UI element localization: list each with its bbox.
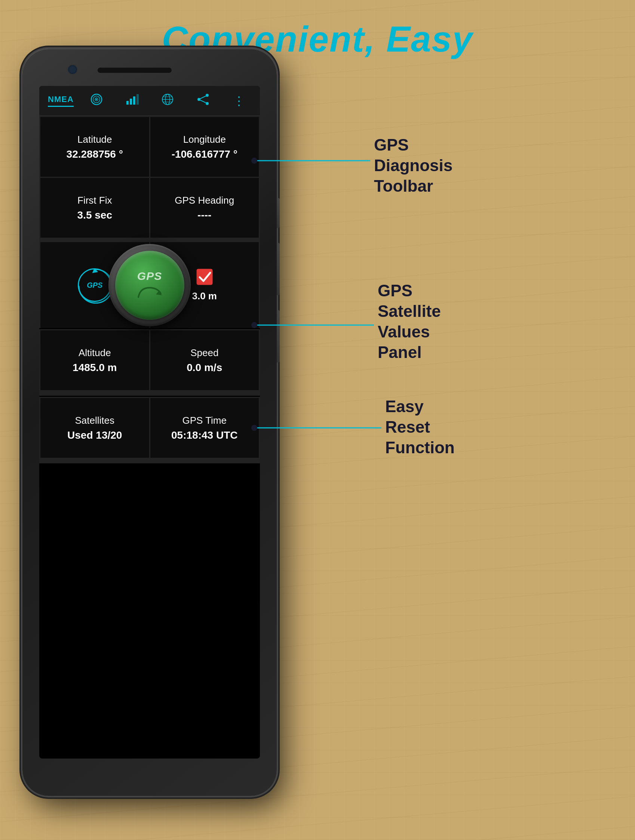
toolbar-nmea[interactable]: NMEA (43, 86, 79, 115)
altitude-value: 1485.0 m (73, 362, 117, 374)
svg-point-14 (206, 102, 209, 105)
altitude-speed-row: Altitude 1485.0 m Speed 0.0 m/s (39, 329, 260, 396)
annotation-reset: Easy Reset Function (385, 396, 455, 458)
gps-diagnosis-toolbar: NMEA (39, 86, 260, 116)
phone-side-button-2 (277, 243, 280, 295)
toolbar-share[interactable] (185, 86, 221, 115)
phone-side-button-1 (277, 198, 280, 228)
gps-heading-value: ---- (198, 209, 211, 221)
gps-heading-label: GPS Heading (175, 195, 234, 206)
first-fix-value: 3.5 sec (78, 209, 112, 221)
accuracy-check-icon (196, 268, 213, 289)
gps-time-label: GPS Time (182, 415, 226, 426)
gps-time-value: 05:18:43 UTC (171, 429, 238, 441)
svg-point-15 (198, 98, 200, 101)
longitude-cell: Longitude -106.616777 ° (150, 117, 259, 177)
signal-bars-icon (125, 93, 139, 109)
latitude-label: Latitude (78, 134, 112, 145)
share-icon (197, 93, 209, 108)
nmea-label: NMEA (48, 95, 74, 107)
svg-line-16 (200, 96, 206, 99)
satellites-value: Used 13/20 (67, 429, 122, 441)
svg-rect-6 (133, 96, 135, 105)
toolbar-signal[interactable] (114, 86, 150, 115)
accuracy-value: 3.0 m (192, 291, 217, 302)
svg-marker-18 (92, 268, 98, 273)
phone-camera (67, 64, 78, 75)
svg-point-3 (96, 99, 97, 100)
radar-icon (90, 93, 103, 109)
altitude-cell: Altitude 1485.0 m (40, 330, 149, 390)
gps-reset-button[interactable]: GPS (108, 244, 191, 326)
latitude-cell: Latitude 32.288756 ° (40, 117, 149, 177)
phone-speaker (97, 67, 172, 73)
longitude-value: -106.616777 ° (172, 148, 238, 160)
phone-body: NMEA (22, 49, 277, 796)
gps-arrow-icon (136, 284, 163, 301)
toolbar-radar[interactable] (79, 86, 114, 115)
first-fix-label: First Fix (78, 195, 112, 206)
toolbar-globe[interactable] (150, 86, 185, 115)
phone-mockup: NMEA (22, 49, 284, 815)
altitude-label: Altitude (79, 347, 111, 359)
latitude-value: 32.288756 ° (67, 148, 123, 160)
speed-value: 0.0 m/s (187, 362, 222, 374)
satellites-time-row: Satellites Used 13/20 GPS Time 05:18:43 … (39, 397, 260, 463)
gps-time-cell: GPS Time 05:18:43 UTC (150, 398, 259, 458)
svg-point-13 (206, 94, 209, 97)
gps-refresh-icon: GPS (78, 268, 111, 302)
svg-rect-7 (136, 94, 139, 105)
svg-rect-5 (130, 99, 132, 105)
globe-icon (161, 93, 174, 109)
satellites-label: Satellites (75, 415, 115, 426)
gps-heading-cell: GPS Heading ---- (150, 178, 259, 238)
longitude-label: Longitude (183, 134, 226, 145)
phone-screen: NMEA (39, 86, 260, 758)
gps-data-grid: Latitude 32.288756 ° Longitude -106.6167… (39, 116, 260, 242)
gps-button-outer-ring: GPS (108, 244, 191, 326)
gps-button-label: GPS (137, 270, 162, 283)
gps-middle-row: GPS (39, 242, 260, 328)
toolbar-more[interactable]: ⋮ (221, 86, 256, 115)
phone-side-button-3 (277, 310, 280, 362)
speed-label: Speed (190, 347, 219, 359)
gps-button-inner[interactable]: GPS (115, 251, 184, 320)
more-icon: ⋮ (233, 94, 244, 108)
svg-rect-4 (127, 101, 129, 105)
speed-cell: Speed 0.0 m/s (150, 330, 259, 390)
svg-line-17 (200, 100, 206, 103)
satellites-cell: Satellites Used 13/20 (40, 398, 149, 458)
first-fix-cell: First Fix 3.5 sec (40, 178, 149, 238)
annotation-satellite: GPS Satellite Values Panel (378, 280, 441, 362)
annotation-toolbar: GPS Diagnosis Toolbar (374, 134, 453, 196)
